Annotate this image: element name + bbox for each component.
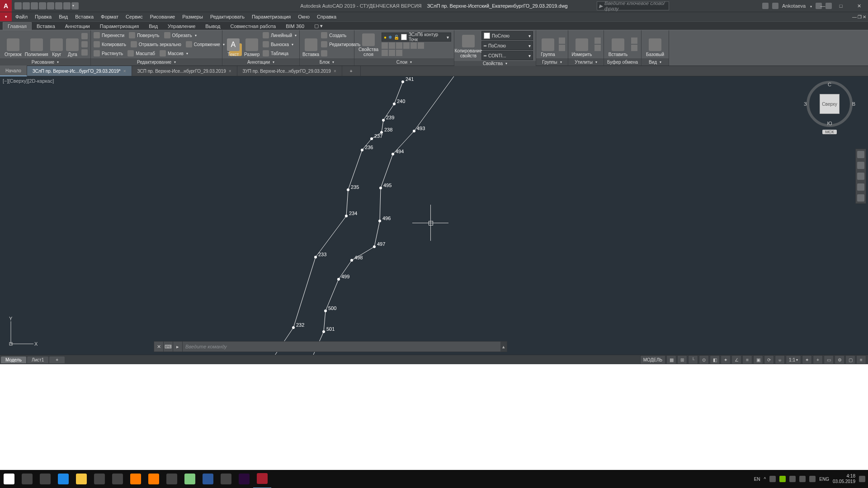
isoplane-toggle[interactable]: ◧ bbox=[710, 355, 720, 364]
tab-annotate[interactable]: Аннотации bbox=[60, 22, 95, 30]
table-button[interactable]: Таблица bbox=[263, 50, 297, 57]
menu-edit[interactable]: Правка bbox=[31, 14, 55, 19]
command-input[interactable]: Введите команду bbox=[183, 344, 500, 349]
layer-tool-7[interactable] bbox=[382, 50, 388, 56]
menu-modify[interactable]: Редактировать bbox=[207, 14, 248, 19]
panel-modify-title[interactable]: Редактирование bbox=[91, 58, 222, 66]
base-view-button[interactable]: Базовый bbox=[644, 32, 666, 57]
model-tab[interactable]: Модель bbox=[1, 357, 26, 363]
mirror-button[interactable]: Отразить зеркально bbox=[131, 41, 181, 48]
doc-close-button[interactable]: ✕ bbox=[863, 14, 866, 19]
app-logo[interactable]: A bbox=[0, 0, 12, 12]
otrack-toggle[interactable]: ∠ bbox=[731, 355, 741, 364]
file-tab-active[interactable]: ЗСлП пр. Верхне-Ис...бургГО_29.03.2019*× bbox=[27, 66, 132, 76]
steering-wheel-icon[interactable] bbox=[857, 151, 864, 158]
ucs-badge[interactable]: МСК bbox=[822, 130, 836, 134]
insert-block-button[interactable]: Вставка bbox=[302, 32, 319, 57]
tray-nvidia-icon[interactable] bbox=[779, 476, 786, 482]
word-icon[interactable] bbox=[199, 470, 217, 488]
menu-parametric[interactable]: Параметризация bbox=[248, 14, 294, 19]
autocad-taskbar-icon[interactable] bbox=[253, 469, 271, 488]
user-icon[interactable] bbox=[772, 3, 778, 9]
group-button[interactable]: Группа bbox=[539, 32, 557, 57]
text-button[interactable]: AТекст bbox=[225, 32, 241, 57]
new-tab-button[interactable]: + bbox=[342, 66, 361, 76]
copy-button[interactable]: Копировать bbox=[94, 41, 126, 48]
signin-icon[interactable] bbox=[762, 3, 769, 9]
task-view-button[interactable] bbox=[36, 470, 54, 488]
menu-dimension[interactable]: Размеры bbox=[179, 14, 207, 19]
circle-button[interactable]: Круг bbox=[50, 32, 64, 57]
layer-tool-1[interactable] bbox=[382, 42, 388, 49]
qat-plot-icon[interactable] bbox=[47, 2, 54, 9]
qat-saveas-icon[interactable] bbox=[39, 2, 46, 9]
tab-more[interactable]: ▢ ▾ bbox=[309, 22, 328, 30]
osnap-toggle[interactable]: ✦ bbox=[721, 355, 731, 364]
panel-annotation-title[interactable]: Аннотации bbox=[222, 58, 299, 66]
chrome-icon[interactable] bbox=[217, 470, 235, 488]
tab-view[interactable]: Вид bbox=[144, 22, 163, 30]
tab-start[interactable]: Начало bbox=[0, 66, 27, 76]
steam-icon[interactable] bbox=[163, 470, 181, 488]
annotation-monitor[interactable]: + bbox=[813, 355, 823, 364]
panel-utilities-title[interactable]: Утилиты bbox=[568, 58, 604, 66]
dimension-button[interactable]: Размер bbox=[243, 32, 260, 57]
premiere-icon[interactable] bbox=[235, 470, 253, 488]
menu-draw[interactable]: Рисование bbox=[146, 14, 179, 19]
space-toggle[interactable]: МОДЕЛЬ bbox=[640, 355, 665, 364]
qat-undo-icon[interactable] bbox=[55, 2, 62, 9]
ortho-toggle[interactable]: └ bbox=[688, 355, 698, 364]
cmdline-options-button[interactable]: ⌨ bbox=[164, 342, 173, 352]
layer-tool-5[interactable] bbox=[410, 42, 417, 49]
cut-icon[interactable] bbox=[631, 38, 637, 44]
tray-icon-3[interactable] bbox=[789, 476, 796, 482]
panel-block-title[interactable]: Блок bbox=[300, 58, 354, 66]
customize-button[interactable]: ≡ bbox=[856, 355, 866, 364]
layer-tool-6[interactable] bbox=[418, 42, 424, 49]
viewcube[interactable]: С З В Ю Сверху МСК bbox=[805, 81, 854, 140]
lang-indicator-1[interactable]: EN bbox=[754, 477, 760, 482]
draw-tool-3[interactable] bbox=[81, 49, 88, 56]
transparency-toggle[interactable]: ▣ bbox=[753, 355, 763, 364]
trim-button[interactable]: Обрезать bbox=[164, 32, 197, 39]
color-selector[interactable]: ПоСлою▾ bbox=[481, 31, 533, 40]
panel-clipboard-title[interactable]: Буфер обмена bbox=[604, 58, 641, 66]
doc-min-button[interactable]: — bbox=[852, 14, 857, 19]
tray-volume-icon[interactable] bbox=[809, 476, 816, 482]
store-icon[interactable] bbox=[90, 470, 108, 488]
tray-icon-1[interactable] bbox=[769, 476, 776, 482]
app-menu-button[interactable]: ▾ bbox=[0, 12, 12, 21]
pan-icon[interactable] bbox=[857, 162, 864, 169]
tab-home[interactable]: Главная bbox=[3, 22, 32, 30]
group-edit-icon[interactable] bbox=[559, 45, 565, 51]
app-icon-1[interactable] bbox=[181, 470, 199, 488]
workspace-button[interactable]: ✦ bbox=[802, 355, 812, 364]
start-button[interactable] bbox=[0, 470, 18, 488]
layer-tool-8[interactable] bbox=[389, 50, 395, 56]
snap-toggle[interactable]: ⊞ bbox=[677, 355, 687, 364]
panel-groups-title[interactable]: Группы bbox=[536, 58, 568, 66]
close-tab-icon[interactable]: × bbox=[229, 69, 231, 74]
draw-tool-1[interactable] bbox=[81, 33, 88, 40]
vlc-icon[interactable] bbox=[145, 470, 163, 488]
scale-button[interactable]: Масштаб bbox=[127, 50, 155, 57]
drawing-canvas[interactable]: 2412402392382372362352342332324934944954… bbox=[0, 76, 655, 355]
menu-window[interactable]: Окно bbox=[294, 14, 313, 19]
menu-insert[interactable]: Вставка bbox=[71, 14, 97, 19]
cycling-toggle[interactable]: ⟳ bbox=[764, 355, 774, 364]
mail-icon[interactable] bbox=[108, 470, 127, 488]
close-tab-icon[interactable]: × bbox=[123, 69, 126, 74]
tab-output[interactable]: Вывод bbox=[200, 22, 225, 30]
polar-toggle[interactable]: ⊙ bbox=[699, 355, 709, 364]
tray-network-icon[interactable] bbox=[799, 476, 806, 482]
layer-tool-4[interactable] bbox=[403, 42, 410, 49]
util-tool-1[interactable] bbox=[594, 38, 601, 44]
edge-icon[interactable] bbox=[54, 470, 72, 488]
viewcube-south[interactable]: Ю bbox=[827, 121, 832, 126]
copy-clip-icon[interactable] bbox=[631, 45, 637, 51]
doc-restore-button[interactable]: ❐ bbox=[858, 14, 862, 19]
grid-toggle[interactable]: ▦ bbox=[666, 355, 676, 364]
search-input[interactable]: ▶Введите ключевое слово/фразу bbox=[597, 1, 669, 10]
drawing-viewport[interactable]: [−][Сверху][2D-каркас] 24124023923823723… bbox=[0, 76, 868, 355]
qat-open-icon[interactable] bbox=[23, 2, 30, 9]
